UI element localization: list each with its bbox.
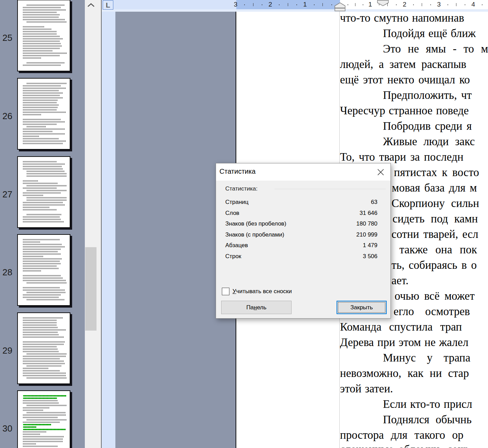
document-line: Это не ямы - то м (383, 41, 488, 57)
ruler-bottom-strip (102, 9, 488, 12)
thumbnail-text-row (23, 138, 59, 139)
ruler-number: 2 (403, 1, 407, 8)
thumbnail-scrollbar-track[interactable] (85, 0, 101, 448)
thumbnail-text-row (23, 424, 51, 425)
thumbnail-text-row (23, 280, 66, 281)
thumbnail-text-row (23, 221, 64, 222)
page-number-label: 26 (0, 111, 12, 122)
ruler-number: 2 (269, 1, 272, 8)
thumbnail-text-row (23, 329, 66, 331)
thumbnail-text-row (23, 436, 64, 437)
thumbnail-text-row (27, 175, 67, 177)
thumbnail-text-row (23, 48, 60, 49)
page-thumbnail[interactable] (17, 312, 70, 384)
first-line-indent-marker[interactable] (377, 0, 389, 6)
document-line: Чересчур странное поведе (340, 103, 469, 118)
thumbnail-text-row (23, 275, 61, 276)
ruler-tick (322, 3, 323, 6)
close-button[interactable]: Закрыть (337, 301, 387, 314)
thumbnail-text-row (23, 202, 63, 203)
thumbnail-text-row (23, 261, 60, 262)
document-line: Минус у трапа (383, 350, 470, 366)
include-footnotes-checkbox[interactable] (222, 288, 229, 295)
thumbnail-text-row (23, 256, 44, 257)
thumbnail-text-row (23, 168, 63, 170)
scrollbar-thumb[interactable] (85, 247, 97, 331)
tab-stop-selector[interactable]: L (103, 0, 113, 10)
thumbnail-text-row (27, 190, 66, 191)
thumbnail-text-row (23, 324, 56, 326)
panel-button[interactable]: Панель (221, 301, 292, 314)
thumbnail-text-row (27, 282, 67, 284)
thumbnail-text-row (23, 88, 66, 89)
scrollbar-up-button[interactable] (85, 0, 97, 10)
thumbnail-text-row (23, 53, 67, 54)
thumbnail-text-row (23, 356, 66, 357)
vertical-ruler (102, 0, 115, 448)
thumbnail-text-row (23, 140, 66, 142)
thumbnail-text-row (23, 297, 59, 298)
thumbnail-text-row (23, 429, 66, 430)
include-footnotes-row: Учитывать все сноски (222, 288, 292, 295)
ruler-number: 1 (368, 1, 372, 8)
thumbnail-text-row (23, 57, 41, 59)
document-line: ть, собираясь в о (391, 257, 477, 273)
page-thumbnail[interactable] (17, 0, 70, 71)
thumbnail-text (23, 395, 67, 448)
document-line: Скорпиону сильн (391, 196, 479, 211)
chevron-up-icon (87, 3, 95, 8)
thumbnail-text-row (23, 131, 52, 132)
ruler-tick (387, 3, 388, 6)
thumbnail-text-row (23, 219, 61, 220)
thumbnail-text-row (23, 95, 60, 96)
left-indent-marker[interactable] (334, 2, 345, 12)
stat-value: 210 999 (356, 231, 377, 238)
page-thumbnail[interactable] (17, 78, 70, 150)
document-line: То, что твари за последн (340, 149, 463, 165)
ruler-tick (244, 4, 245, 5)
thumbnail-text-row (23, 124, 57, 125)
thumbnail-text (23, 161, 67, 224)
thumbnail-text-row (27, 197, 67, 198)
ruler-tick (456, 3, 456, 6)
page-number-label: 28 (0, 267, 12, 278)
thumbnail-text-row (23, 244, 61, 245)
thumbnail-text-row (23, 33, 57, 35)
ruler-tick (288, 3, 288, 6)
ruler-tick (314, 4, 315, 5)
ruler-tick (482, 4, 483, 5)
dialog-close-button[interactable] (373, 165, 388, 179)
thumbnail-text-row (23, 263, 60, 264)
thumbnail-text-row (23, 344, 64, 345)
dialog-titlebar[interactable]: Статистика (216, 163, 390, 181)
thumbnail-text-row (23, 239, 60, 240)
thumbnail-text (23, 239, 67, 302)
document-line: сотни тварей, есл (391, 227, 478, 242)
thumbnail-text-row (27, 171, 64, 172)
thumbnail-text-row (23, 107, 57, 108)
thumbnail-text-row (23, 43, 61, 44)
thumbnail-text-row (23, 268, 58, 269)
thumbnail-text-row (23, 114, 42, 115)
page-thumbnail[interactable] (17, 156, 70, 228)
stat-value: 63 (371, 199, 377, 206)
thumbnail-text-row (23, 104, 59, 106)
thumbnail-text-row (23, 192, 61, 194)
thumbnail-text-row (23, 31, 56, 32)
thumbnail-text-row (23, 322, 57, 323)
thumbnail-text-row (23, 36, 60, 37)
thumbnail-text-row (23, 121, 65, 123)
thumbnail-text-row (27, 412, 66, 413)
document-line: очью всё может (395, 288, 475, 304)
thumbnail-text-row (27, 377, 67, 379)
thumbnail-text-row (23, 55, 59, 56)
thumbnail-text (23, 317, 67, 380)
stat-label: Знаков (без пробелов) (225, 220, 286, 227)
thumbnail-text-row (23, 183, 57, 184)
page-thumbnail[interactable] (17, 234, 70, 306)
ruler-tick (413, 4, 414, 5)
thumbnail-text-row (27, 185, 67, 186)
ruler-tick (355, 3, 355, 6)
page-thumbnail[interactable] (17, 390, 70, 448)
thumbnail-text-row (27, 292, 65, 293)
